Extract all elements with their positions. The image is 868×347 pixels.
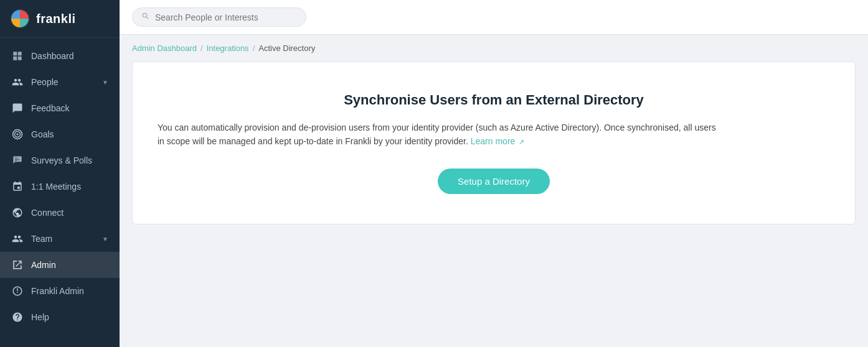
dashboard-icon	[11, 50, 24, 62]
breadcrumb-admin-dashboard[interactable]: Admin Dashboard	[132, 44, 197, 53]
sidebar-item-people-label: People	[31, 77, 95, 87]
admin-icon	[11, 259, 24, 271]
sidebar-item-meetings[interactable]: 1:1 Meetings	[0, 174, 120, 200]
search-bar[interactable]	[132, 7, 306, 27]
help-icon	[11, 311, 24, 323]
meetings-icon	[11, 180, 24, 193]
sidebar-item-surveys[interactable]: Surveys & Polls	[0, 147, 120, 174]
topbar	[120, 0, 868, 35]
sidebar-item-feedback[interactable]: Feedback	[0, 95, 120, 121]
sidebar-item-dashboard[interactable]: Dashboard	[0, 43, 120, 69]
goals-icon	[11, 128, 24, 141]
sidebar-item-help[interactable]: Help	[0, 304, 120, 330]
surveys-icon	[11, 154, 24, 167]
sync-card: Synchronise Users from an External Direc…	[132, 62, 856, 224]
sidebar-item-people[interactable]: People ▼	[0, 69, 120, 95]
sidebar-item-surveys-label: Surveys & Polls	[31, 155, 108, 165]
card-action-area: Setup a Directory	[158, 169, 830, 194]
sidebar-item-goals[interactable]: Goals	[0, 121, 120, 147]
setup-directory-button[interactable]: Setup a Directory	[438, 169, 550, 194]
breadcrumb-integrations[interactable]: Integrations	[207, 44, 249, 53]
sidebar-item-frankli-admin[interactable]: Frankli Admin	[0, 278, 120, 304]
feedback-icon	[11, 102, 24, 114]
team-icon	[11, 233, 24, 245]
sidebar-item-connect[interactable]: Connect	[0, 200, 120, 226]
sidebar-item-meetings-label: 1:1 Meetings	[31, 182, 108, 192]
people-chevron-icon: ▼	[102, 79, 108, 86]
sidebar-item-goals-label: Goals	[31, 129, 108, 139]
sidebar: frankli Dashboard People ▼ Feedback	[0, 0, 120, 347]
logo-text: frankli	[36, 12, 76, 26]
frankli-logo-icon	[10, 9, 30, 29]
sidebar-item-frankli-admin-label: Frankli Admin	[31, 286, 108, 296]
external-link-icon: ↗	[519, 138, 524, 146]
frankli-admin-icon	[11, 285, 24, 297]
learn-more-link[interactable]: Learn more ↗	[471, 136, 524, 146]
sidebar-item-team-label: Team	[31, 234, 95, 244]
search-input[interactable]	[155, 12, 297, 22]
sidebar-item-team[interactable]: Team ▼	[0, 226, 120, 252]
logo-area: frankli	[0, 0, 120, 38]
sidebar-item-admin[interactable]: Admin	[0, 252, 120, 278]
main-area: Admin Dashboard / Integrations / Active …	[120, 0, 868, 347]
content-area: Admin Dashboard / Integrations / Active …	[120, 35, 868, 347]
breadcrumb: Admin Dashboard / Integrations / Active …	[120, 35, 868, 59]
breadcrumb-active-directory: Active Directory	[258, 44, 315, 53]
breadcrumb-sep-2: /	[253, 44, 255, 53]
svg-point-3	[17, 134, 19, 136]
connect-icon	[11, 206, 24, 219]
card-title: Synchronise Users from an External Direc…	[158, 92, 830, 108]
sidebar-nav: Dashboard People ▼ Feedback Goals	[0, 38, 120, 347]
card-description-text: You can automatically provision and de-p…	[158, 123, 716, 146]
card-description: You can automatically provision and de-p…	[158, 121, 718, 149]
team-chevron-icon: ▼	[102, 236, 108, 243]
sidebar-item-feedback-label: Feedback	[31, 103, 108, 113]
sidebar-item-help-label: Help	[31, 312, 108, 322]
search-icon	[141, 12, 150, 22]
people-icon	[11, 76, 24, 88]
sidebar-item-dashboard-label: Dashboard	[31, 51, 108, 61]
breadcrumb-sep-1: /	[200, 44, 203, 53]
sidebar-item-admin-label: Admin	[31, 260, 108, 270]
sidebar-item-connect-label: Connect	[31, 208, 108, 218]
